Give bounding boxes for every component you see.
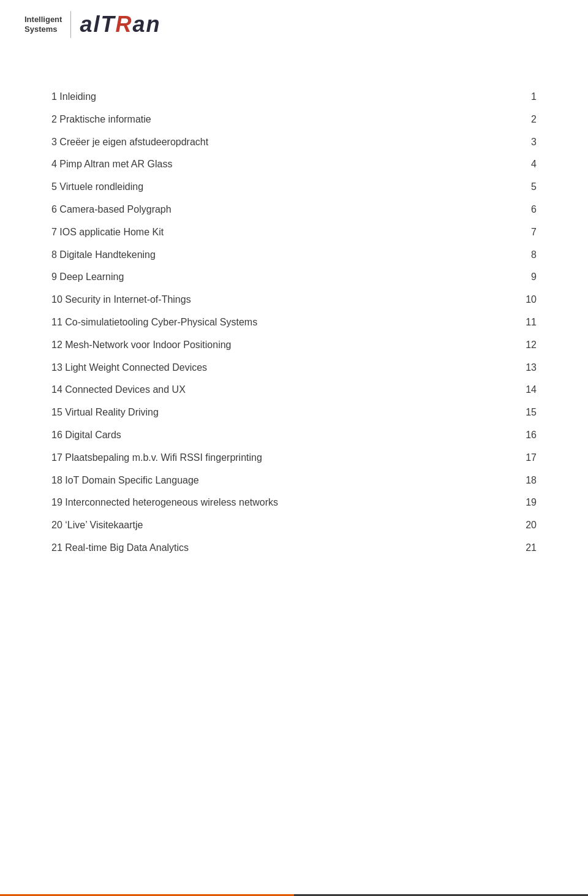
toc-item-page: 5 — [464, 176, 537, 199]
toc-item-title: 3 Creëer je eigen afstudeeropdracht — [51, 131, 464, 154]
header: Intelligent Systems alTRan — [0, 0, 588, 49]
toc-item-page: 14 — [464, 379, 537, 401]
toc-item-title: 7 IOS applicatie Home Kit — [51, 221, 464, 244]
logo-line1: Intelligent — [24, 15, 62, 25]
toc-item-title: 13 Light Weight Connected Devices — [51, 357, 464, 379]
logo-container: Intelligent Systems alTRan — [24, 11, 160, 38]
toc-item-title: 9 Deep Learning — [51, 266, 464, 289]
toc-item-title: 15 Virtual Reality Driving — [51, 401, 464, 424]
toc-item-title: 16 Digital Cards — [51, 424, 464, 447]
toc-row: 9 Deep Learning9 — [51, 266, 537, 289]
toc-item-page: 11 — [464, 311, 537, 334]
toc-item-title: 6 Camera-based Polygraph — [51, 199, 464, 221]
toc-row: 7 IOS applicatie Home Kit7 — [51, 221, 537, 244]
toc-table: 1 Inleiding12 Praktische informatie23 Cr… — [51, 86, 537, 560]
logo-intelligent-systems: Intelligent Systems — [24, 15, 62, 34]
toc-item-title: 18 IoT Domain Specific Language — [51, 469, 464, 492]
toc-row: 13 Light Weight Connected Devices13 — [51, 357, 537, 379]
toc-row: 2 Praktische informatie2 — [51, 108, 537, 131]
toc-row: 17 Plaatsbepaling m.b.v. Wifi RSSI finge… — [51, 447, 537, 469]
toc-row: 1 Inleiding1 — [51, 86, 537, 108]
toc-row: 12 Mesh-Network voor Indoor Positioning1… — [51, 334, 537, 357]
toc-item-page: 6 — [464, 199, 537, 221]
toc-item-title: 1 Inleiding — [51, 86, 464, 108]
toc-item-page: 7 — [464, 221, 537, 244]
toc-content: 1 Inleiding12 Praktische informatie23 Cr… — [0, 49, 588, 596]
toc-item-page: 15 — [464, 401, 537, 424]
toc-item-page: 3 — [464, 131, 537, 154]
toc-item-title: 8 Digitale Handtekening — [51, 244, 464, 267]
toc-item-page: 17 — [464, 447, 537, 469]
logo-line2: Systems — [24, 25, 62, 34]
toc-item-title: 2 Praktische informatie — [51, 108, 464, 131]
toc-item-title: 14 Connected Devices and UX — [51, 379, 464, 401]
toc-item-page: 19 — [464, 492, 537, 514]
toc-row: 8 Digitale Handtekening8 — [51, 244, 537, 267]
toc-row: 4 Pimp Altran met AR Glass4 — [51, 153, 537, 176]
toc-item-page: 2 — [464, 108, 537, 131]
toc-item-page: 10 — [464, 289, 537, 311]
toc-row: 18 IoT Domain Specific Language18 — [51, 469, 537, 492]
toc-item-title: 12 Mesh-Network voor Indoor Positioning — [51, 334, 464, 357]
toc-row: 21 Real-time Big Data Analytics21 — [51, 537, 537, 560]
toc-row: 5 Virtuele rondleiding5 — [51, 176, 537, 199]
toc-row: 20 ‘Live’ Visitekaartje20 — [51, 514, 537, 537]
toc-row: 11 Co-simulatietooling Cyber-Physical Sy… — [51, 311, 537, 334]
toc-item-page: 4 — [464, 153, 537, 176]
toc-item-title: 11 Co-simulatietooling Cyber-Physical Sy… — [51, 311, 464, 334]
toc-item-page: 20 — [464, 514, 537, 537]
toc-row: 3 Creëer je eigen afstudeeropdracht3 — [51, 131, 537, 154]
toc-item-page: 8 — [464, 244, 537, 267]
toc-item-page: 9 — [464, 266, 537, 289]
toc-item-title: 21 Real-time Big Data Analytics — [51, 537, 464, 560]
toc-item-page: 18 — [464, 469, 537, 492]
toc-item-title: 4 Pimp Altran met AR Glass — [51, 153, 464, 176]
toc-row: 14 Connected Devices and UX14 — [51, 379, 537, 401]
toc-row: 6 Camera-based Polygraph6 — [51, 199, 537, 221]
toc-item-page: 12 — [464, 334, 537, 357]
altran-text: alTRan — [80, 12, 160, 37]
toc-item-page: 21 — [464, 537, 537, 560]
toc-item-page: 13 — [464, 357, 537, 379]
toc-row: 16 Digital Cards16 — [51, 424, 537, 447]
toc-item-title: 10 Security in Internet-of-Things — [51, 289, 464, 311]
toc-row: 15 Virtual Reality Driving15 — [51, 401, 537, 424]
toc-item-page: 1 — [464, 86, 537, 108]
toc-row: 10 Security in Internet-of-Things10 — [51, 289, 537, 311]
page-wrapper: Intelligent Systems alTRan 1 Inleiding12… — [0, 0, 588, 896]
logo-divider — [70, 11, 71, 38]
toc-item-title: 17 Plaatsbepaling m.b.v. Wifi RSSI finge… — [51, 447, 464, 469]
toc-item-title: 19 Interconnected heterogeneous wireless… — [51, 492, 464, 514]
toc-item-page: 16 — [464, 424, 537, 447]
toc-item-title: 20 ‘Live’ Visitekaartje — [51, 514, 464, 537]
toc-item-title: 5 Virtuele rondleiding — [51, 176, 464, 199]
toc-row: 19 Interconnected heterogeneous wireless… — [51, 492, 537, 514]
logo-altran: alTRan — [80, 12, 160, 37]
